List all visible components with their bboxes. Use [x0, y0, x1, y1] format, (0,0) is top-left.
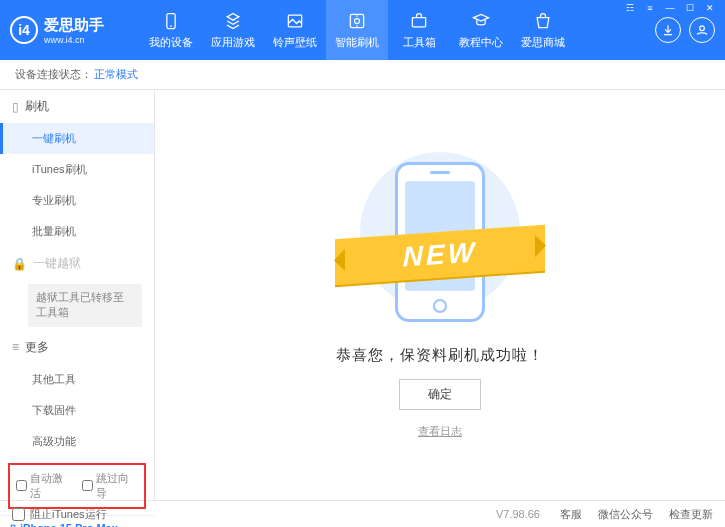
- sidebar-item-download[interactable]: 下载固件: [0, 395, 154, 426]
- sidebar-note-jailbreak: 越狱工具已转移至工具箱: [28, 284, 142, 327]
- footer-link-update[interactable]: 检查更新: [669, 507, 713, 522]
- sidebar-section-more[interactable]: ≡ 更多: [0, 331, 154, 364]
- sidebar-item-batch[interactable]: 批量刷机: [0, 216, 154, 247]
- block-itunes-checkbox[interactable]: [12, 508, 25, 521]
- sidebar-item-other[interactable]: 其他工具: [0, 364, 154, 395]
- sidebar: ▯ 刷机 一键刷机 iTunes刷机 专业刷机 批量刷机 🔒 一键越狱 越狱工具…: [0, 90, 155, 500]
- app-url: www.i4.cn: [44, 35, 104, 45]
- version-label: V7.98.66: [496, 508, 540, 520]
- flash-icon: [346, 10, 368, 32]
- nav-tutorials[interactable]: 教程中心: [450, 0, 512, 60]
- menu-icon[interactable]: ≡: [643, 3, 657, 13]
- more-icon: ≡: [12, 340, 19, 354]
- status-label: 设备连接状态：: [15, 67, 92, 82]
- sidebar-section-flash[interactable]: ▯ 刷机: [0, 90, 154, 123]
- footer-link-wechat[interactable]: 微信公众号: [598, 507, 653, 522]
- svg-point-6: [700, 26, 705, 31]
- store-icon: [532, 10, 554, 32]
- phone-icon: ▯: [12, 100, 19, 114]
- content: NEW 恭喜您，保资料刷机成功啦！ 确定 查看日志: [155, 90, 725, 500]
- logo: i4 爱思助手 www.i4.cn: [10, 16, 140, 45]
- apps-icon: [222, 10, 244, 32]
- status-value: 正常模式: [94, 67, 138, 82]
- block-itunes-label: 阻止iTunes运行: [30, 507, 107, 522]
- lock-icon: 🔒: [12, 257, 27, 271]
- nav-flash[interactable]: 智能刷机: [326, 0, 388, 60]
- header: i4 爱思助手 www.i4.cn 我的设备 应用游戏 铃声壁纸 智能刷机 工具…: [0, 0, 725, 60]
- phone-small-icon: ▯: [10, 522, 16, 527]
- checkbox-row: 自动激活 跳过向导: [8, 463, 146, 509]
- wallpaper-icon: [284, 10, 306, 32]
- nav-toolbox[interactable]: 工具箱: [388, 0, 450, 60]
- nav-my-device[interactable]: 我的设备: [140, 0, 202, 60]
- sidebar-item-oneclick[interactable]: 一键刷机: [0, 123, 154, 154]
- logo-icon: i4: [10, 16, 38, 44]
- checkbox-skip-guide[interactable]: 跳过向导: [82, 471, 138, 501]
- svg-point-4: [355, 19, 360, 24]
- footer-link-support[interactable]: 客服: [560, 507, 582, 522]
- sidebar-item-advanced[interactable]: 高级功能: [0, 426, 154, 457]
- sidebar-section-jailbreak: 🔒 一键越狱: [0, 247, 154, 280]
- checkbox-auto-activate[interactable]: 自动激活: [16, 471, 72, 501]
- view-log-link[interactable]: 查看日志: [418, 424, 462, 439]
- user-button[interactable]: [689, 17, 715, 43]
- minimize-icon[interactable]: —: [663, 3, 677, 13]
- ok-button[interactable]: 确定: [399, 379, 481, 410]
- close-icon[interactable]: ✕: [703, 3, 717, 13]
- tutorial-icon: [470, 10, 492, 32]
- maximize-icon[interactable]: ☐: [683, 3, 697, 13]
- device-name[interactable]: ▯ iPhone 15 Pro Max: [10, 522, 144, 527]
- nav-store[interactable]: 爱思商城: [512, 0, 574, 60]
- sidebar-item-itunes[interactable]: iTunes刷机: [0, 154, 154, 185]
- status-bar: 设备连接状态： 正常模式: [0, 60, 725, 90]
- success-message: 恭喜您，保资料刷机成功啦！: [336, 346, 544, 365]
- top-nav: 我的设备 应用游戏 铃声壁纸 智能刷机 工具箱 教程中心 爱思商城: [140, 0, 655, 60]
- success-illustration: NEW: [340, 152, 540, 332]
- svg-rect-5: [412, 18, 425, 27]
- download-button[interactable]: [655, 17, 681, 43]
- device-icon: [160, 10, 182, 32]
- sidebar-item-pro[interactable]: 专业刷机: [0, 185, 154, 216]
- app-title: 爱思助手: [44, 16, 104, 35]
- skin-icon[interactable]: ☶: [623, 3, 637, 13]
- nav-apps[interactable]: 应用游戏: [202, 0, 264, 60]
- nav-ringtones[interactable]: 铃声壁纸: [264, 0, 326, 60]
- toolbox-icon: [408, 10, 430, 32]
